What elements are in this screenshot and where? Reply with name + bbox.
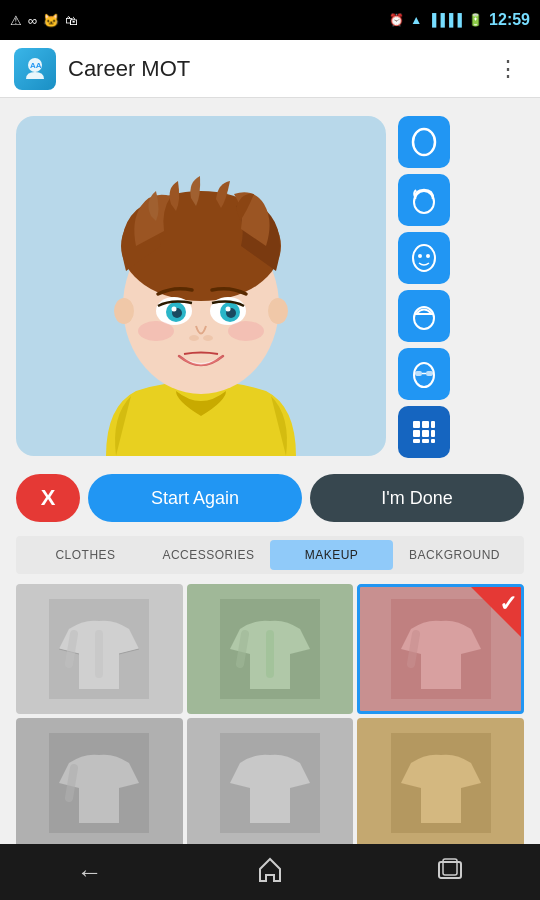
back-button[interactable]: ← — [57, 849, 123, 896]
warning-icon: ⚠ — [10, 13, 22, 28]
clothing-thumbnail-2 — [220, 599, 320, 699]
svg-rect-34 — [422, 430, 429, 437]
avatar-controls — [398, 116, 450, 458]
hat-icon — [409, 301, 439, 331]
svg-point-17 — [189, 335, 199, 341]
recent-apps-button[interactable] — [417, 850, 483, 894]
svg-rect-27 — [415, 371, 422, 376]
app-bar: AA Career MOT ⋮ — [0, 40, 540, 98]
action-buttons: X Start Again I'm Done — [16, 474, 524, 522]
svg-point-16 — [228, 321, 264, 341]
done-button[interactable]: I'm Done — [310, 474, 524, 522]
overflow-menu-icon[interactable]: ⋮ — [491, 56, 526, 82]
hat-button[interactable] — [398, 290, 450, 342]
svg-rect-38 — [431, 439, 435, 443]
svg-point-14 — [226, 307, 231, 312]
recent-apps-icon — [437, 858, 463, 880]
clothing-thumbnail-1 — [49, 599, 149, 699]
sunglasses-icon — [409, 359, 439, 389]
svg-rect-32 — [431, 421, 435, 428]
tab-bar: CLOTHES ACCESSORIES MAKEUP BACKGROUND — [16, 536, 524, 574]
svg-rect-35 — [431, 430, 435, 437]
svg-rect-36 — [413, 439, 420, 443]
hair-style-icon — [409, 185, 439, 215]
face-shape-button[interactable] — [398, 116, 450, 168]
face-features-icon — [409, 243, 439, 273]
app-title: Career MOT — [68, 56, 491, 82]
nav-bar: ← — [0, 844, 540, 900]
svg-rect-28 — [426, 371, 433, 376]
bag-icon: 🛍 — [65, 13, 78, 28]
clothing-thumbnail-5 — [220, 733, 320, 833]
svg-point-15 — [138, 321, 174, 341]
grid-icon — [411, 419, 437, 445]
svg-point-22 — [418, 254, 422, 258]
home-button[interactable] — [236, 847, 304, 897]
list-item[interactable] — [357, 718, 524, 848]
svg-rect-33 — [413, 430, 420, 437]
voicemail-icon: ∞ — [28, 13, 37, 28]
list-item[interactable] — [187, 718, 354, 848]
app-icon: AA — [14, 48, 56, 90]
grid-view-button[interactable] — [398, 406, 450, 458]
status-bar-right: ⏰ ▲ ▐▐▐▐ 🔋 12:59 — [389, 11, 530, 29]
svg-point-13 — [172, 307, 177, 312]
svg-point-5 — [114, 298, 134, 324]
signal-icon: ▐▐▐▐ — [428, 13, 462, 27]
list-item[interactable] — [16, 718, 183, 848]
android-icon: 🐱 — [43, 13, 59, 28]
alarm-icon: ⏰ — [389, 13, 404, 27]
avatar-display — [16, 116, 386, 456]
clock: 12:59 — [489, 11, 530, 29]
start-again-button[interactable]: Start Again — [88, 474, 302, 522]
item-grid: ✓ — [16, 584, 524, 848]
close-button[interactable]: X — [16, 474, 80, 522]
tab-accessories[interactable]: ACCESSORIES — [147, 540, 270, 570]
wifi-icon: ▲ — [410, 13, 422, 27]
status-bar-left: ⚠ ∞ 🐱 🛍 — [10, 13, 78, 28]
home-icon — [256, 855, 284, 883]
svg-text:AA: AA — [30, 61, 42, 70]
clothing-thumbnail-6 — [391, 733, 491, 833]
svg-point-18 — [203, 335, 213, 341]
svg-point-21 — [413, 245, 435, 271]
svg-point-6 — [268, 298, 288, 324]
hair-style-button[interactable] — [398, 174, 450, 226]
svg-point-19 — [413, 129, 435, 155]
avatar-frame — [16, 116, 386, 456]
status-bar: ⚠ ∞ 🐱 🛍 ⏰ ▲ ▐▐▐▐ 🔋 12:59 — [0, 0, 540, 40]
face-features-button[interactable] — [398, 232, 450, 284]
list-item[interactable] — [187, 584, 354, 714]
svg-point-23 — [426, 254, 430, 258]
svg-rect-31 — [422, 421, 429, 428]
battery-icon: 🔋 — [468, 13, 483, 27]
list-item[interactable] — [16, 584, 183, 714]
tab-makeup[interactable]: MAKEUP — [270, 540, 393, 570]
svg-rect-30 — [413, 421, 420, 428]
main-content: X Start Again I'm Done CLOTHES ACCESSORI… — [0, 98, 540, 858]
sunglasses-button[interactable] — [398, 348, 450, 400]
face-oval-icon — [409, 127, 439, 157]
avatar-section — [16, 116, 524, 458]
svg-rect-37 — [422, 439, 429, 443]
list-item[interactable]: ✓ — [357, 584, 524, 714]
tab-background[interactable]: BACKGROUND — [393, 540, 516, 570]
clothing-thumbnail-4 — [49, 733, 149, 833]
tab-clothes[interactable]: CLOTHES — [24, 540, 147, 570]
app-logo-icon: AA — [21, 55, 49, 83]
